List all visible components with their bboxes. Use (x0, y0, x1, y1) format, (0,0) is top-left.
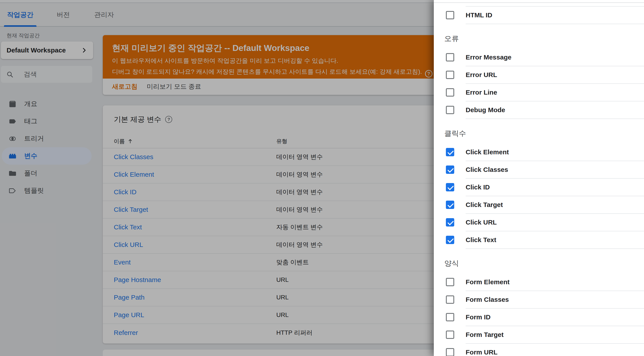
checkbox-checked[interactable] (446, 148, 454, 156)
option-label: Form URL (466, 349, 498, 356)
checkbox-unchecked[interactable] (446, 313, 454, 321)
option-label: Form Target (466, 331, 504, 339)
checkbox-checked[interactable] (446, 201, 454, 209)
option-label: Click Target (466, 201, 503, 209)
builtin-variable-option-row[interactable]: Error URL (434, 66, 644, 83)
builtin-variable-option-row[interactable]: Error Line (434, 84, 644, 101)
checkbox-unchecked[interactable] (446, 278, 454, 286)
panel-section-title: 양식 (434, 249, 644, 274)
builtin-variable-option-row[interactable]: Click ID (434, 179, 644, 196)
option-label: Click URL (466, 219, 497, 226)
builtin-variable-option-row[interactable]: Error Message (434, 49, 644, 66)
builtin-variable-option-row[interactable]: HTML ID (434, 6, 644, 24)
option-label: Click Classes (466, 166, 508, 173)
option-label: Error Message (466, 53, 511, 61)
checkbox-unchecked[interactable] (446, 11, 454, 19)
checkbox-checked[interactable] (446, 236, 454, 244)
option-label: Click ID (466, 183, 490, 191)
checkbox-unchecked[interactable] (446, 71, 454, 79)
panel-scroll-gap (434, 3, 644, 6)
option-label: Form Element (466, 278, 510, 286)
option-label: Click Text (466, 236, 496, 244)
builtin-variable-option-row[interactable]: Form ID (434, 309, 644, 326)
builtin-variable-option-row[interactable]: Debug Mode (434, 101, 644, 118)
builtin-variable-option-row[interactable]: Form Classes (434, 291, 644, 308)
panel-section-title: 클릭수 (434, 119, 644, 144)
panel-header-edge (434, 0, 644, 3)
option-label: HTML ID (466, 11, 492, 19)
checkbox-unchecked[interactable] (446, 296, 454, 304)
checkbox-unchecked[interactable] (446, 88, 454, 97)
builtin-variable-option-row[interactable]: Form Element (434, 274, 644, 291)
panel-section-title: 오류 (434, 24, 644, 49)
builtin-variable-option-row[interactable]: Form URL (434, 344, 644, 356)
option-label: Error URL (466, 71, 497, 79)
builtin-variable-option-row[interactable]: Click Element (434, 144, 644, 161)
builtin-variable-option-row[interactable]: Click URL (434, 214, 644, 231)
builtin-variable-option-row[interactable]: Click Text (434, 231, 644, 249)
checkbox-unchecked[interactable] (446, 53, 454, 61)
builtin-variable-option-row[interactable]: Click Target (434, 196, 644, 213)
checkbox-checked[interactable] (446, 218, 454, 227)
panel-sections: HTML ID오류Error MessageError URLError Lin… (434, 6, 644, 356)
builtin-variables-config-panel: HTML ID오류Error MessageError URLError Lin… (434, 0, 644, 356)
checkbox-checked[interactable] (446, 165, 454, 174)
checkbox-unchecked[interactable] (446, 331, 454, 339)
option-label: Form ID (466, 314, 490, 321)
option-label: Form Classes (466, 296, 509, 303)
option-label: Error Line (466, 89, 497, 96)
builtin-variable-option-row[interactable]: Form Target (434, 326, 644, 343)
checkbox-unchecked[interactable] (446, 106, 454, 114)
checkbox-unchecked[interactable] (446, 348, 454, 356)
builtin-variable-option-row[interactable]: Click Classes (434, 161, 644, 178)
option-label: Click Element (466, 148, 509, 156)
option-label: Debug Mode (466, 106, 505, 114)
checkbox-checked[interactable] (446, 183, 454, 191)
